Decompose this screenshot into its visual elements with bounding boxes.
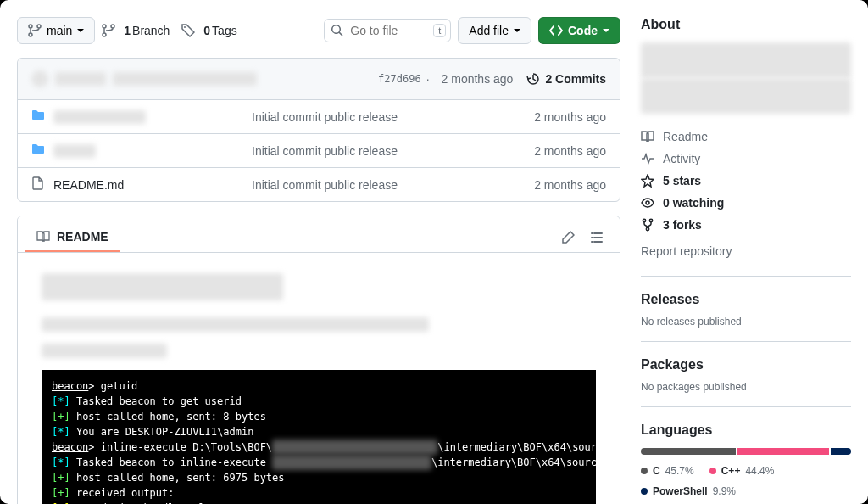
about-watching-link[interactable]: 0 watching: [641, 192, 851, 214]
releases-empty: No releases published: [641, 316, 851, 328]
about-activity-link[interactable]: Activity: [641, 148, 851, 170]
tags-link[interactable]: 0Tags: [181, 24, 236, 37]
languages-heading: Languages: [641, 423, 851, 438]
about-forks-link[interactable]: 3 forks: [641, 214, 851, 236]
file-commit-message[interactable]: Initial commit public release: [252, 144, 504, 158]
svg-point-3: [649, 219, 652, 221]
about-sidebar: About Cob███ ██████ ██ ████████ ██ BO██.…: [641, 17, 851, 487]
language-item[interactable]: C 45.7%: [641, 465, 694, 477]
add-file-button[interactable]: Add file: [458, 17, 531, 44]
file-tree: . ██████ ████ ████ ████ ████ f27d696 · 2…: [17, 58, 620, 202]
branch-icon: [102, 24, 115, 37]
search-icon: [331, 24, 344, 37]
languages-list: C 45.7%C++ 44.4%PowerShell 9.9%: [641, 465, 851, 497]
tag-icon: [181, 24, 195, 37]
file-row: ███████████Initial commit public release…: [18, 100, 620, 134]
latest-commit-sha[interactable]: f27d696: [378, 73, 421, 85]
file-row: README.mdInitial commit public release2 …: [18, 168, 620, 201]
language-item[interactable]: C++ 44.4%: [709, 465, 775, 477]
folder-icon: [31, 109, 45, 125]
commits-count: 2: [545, 72, 552, 86]
fork-icon: [641, 218, 654, 232]
packages-empty: No packages published: [641, 381, 851, 393]
language-segment[interactable]: [641, 448, 736, 455]
svg-point-2: [643, 219, 645, 221]
pulse-icon: [641, 152, 654, 165]
branch-name: main: [47, 22, 72, 39]
about-report-link[interactable]: Report repository: [641, 236, 851, 262]
search-shortcut-hint: t: [433, 24, 446, 37]
file-commit-when: 2 months ago: [504, 144, 606, 158]
repo-toolbar: main 1Branch 0Tags: [17, 17, 620, 44]
pencil-icon: [561, 231, 575, 244]
about-stars-link[interactable]: 5 stars: [641, 170, 851, 192]
code-button-label: Code: [568, 22, 598, 39]
file-commit-when: 2 months ago: [504, 178, 606, 192]
commits-label: Commits: [555, 72, 606, 86]
about-heading: About: [641, 17, 851, 32]
file-commit-when: 2 months ago: [504, 110, 606, 124]
branch-picker[interactable]: main: [17, 17, 95, 44]
readme-tab[interactable]: README: [25, 223, 120, 252]
language-dot: [641, 468, 648, 474]
language-dot: [709, 468, 716, 474]
language-segment[interactable]: [737, 448, 829, 455]
branches-count: 1: [124, 24, 131, 37]
file-name-link[interactable]: █████: [53, 144, 96, 158]
file-commit-message[interactable]: Initial commit public release: [252, 178, 504, 192]
chevron-down-icon: [514, 29, 520, 32]
svg-point-0: [184, 26, 186, 28]
add-file-label: Add file: [469, 22, 509, 39]
star-icon: [641, 174, 654, 188]
readme-tab-label: README: [57, 230, 108, 244]
book-icon: [641, 130, 654, 143]
branches-label: Branch: [132, 24, 170, 37]
main-column: main 1Branch 0Tags: [17, 17, 620, 487]
branch-tag-stats: 1Branch 0Tags: [102, 24, 236, 37]
latest-commit-message[interactable]: ████ ████ ████ ████: [113, 72, 257, 86]
latest-commit-bar: . ██████ ████ ████ ████ ████ f27d696 · 2…: [18, 59, 620, 100]
folder-icon: [31, 143, 45, 159]
tags-count: 0: [203, 24, 210, 37]
history-icon: [526, 72, 540, 86]
latest-commit-author[interactable]: ██████: [55, 72, 106, 86]
svg-point-4: [646, 227, 648, 230]
outline-button[interactable]: [584, 225, 609, 250]
file-name-link[interactable]: ███████████: [53, 110, 146, 124]
chevron-down-icon: [77, 29, 84, 32]
language-segment[interactable]: [831, 448, 851, 455]
commits-link[interactable]: 2 Commits: [526, 72, 606, 86]
about-readme-link[interactable]: Readme: [641, 126, 851, 148]
readme-line-1: C████████ ████████████████████ ██. █████…: [42, 317, 429, 332]
chevron-down-icon: [603, 29, 609, 32]
latest-commit-when: 2 months ago: [442, 72, 514, 86]
language-dot: [641, 488, 648, 495]
file-icon: [31, 176, 45, 193]
packages-heading[interactable]: Packages: [641, 357, 851, 372]
languages-bar: [641, 448, 851, 455]
readme-line-2: (█████████████): [42, 344, 167, 358]
language-item[interactable]: PowerShell 9.9%: [641, 485, 736, 497]
list-icon: [590, 231, 604, 244]
code-button[interactable]: Code: [538, 17, 620, 44]
edit-readme-button[interactable]: [555, 225, 581, 250]
latest-commit-avatar: .: [31, 70, 48, 87]
book-icon: [36, 230, 50, 244]
file-name-link[interactable]: README.md: [53, 178, 124, 192]
eye-icon: [641, 196, 654, 210]
file-commit-message[interactable]: Initial commit public release: [252, 110, 504, 124]
branch-icon: [28, 24, 42, 37]
svg-point-1: [646, 201, 649, 204]
about-description: Cob███ ██████ ██ ████████ ██ BO██. █████…: [641, 42, 851, 114]
file-search: t: [324, 19, 451, 42]
readme-title: CVE-2024-35250-BOF: [42, 273, 283, 300]
code-icon: [549, 24, 563, 37]
branches-link[interactable]: 1Branch: [102, 24, 170, 37]
releases-heading[interactable]: Releases: [641, 292, 851, 307]
tags-label: Tags: [212, 24, 237, 37]
file-row: █████Initial commit public release2 mont…: [18, 134, 620, 168]
readme-terminal: beacon> getuid[*] Tasked beacon to get u…: [42, 370, 596, 504]
readme-panel: README CVE-2024-35250-BOF C████████ ████…: [17, 216, 620, 504]
